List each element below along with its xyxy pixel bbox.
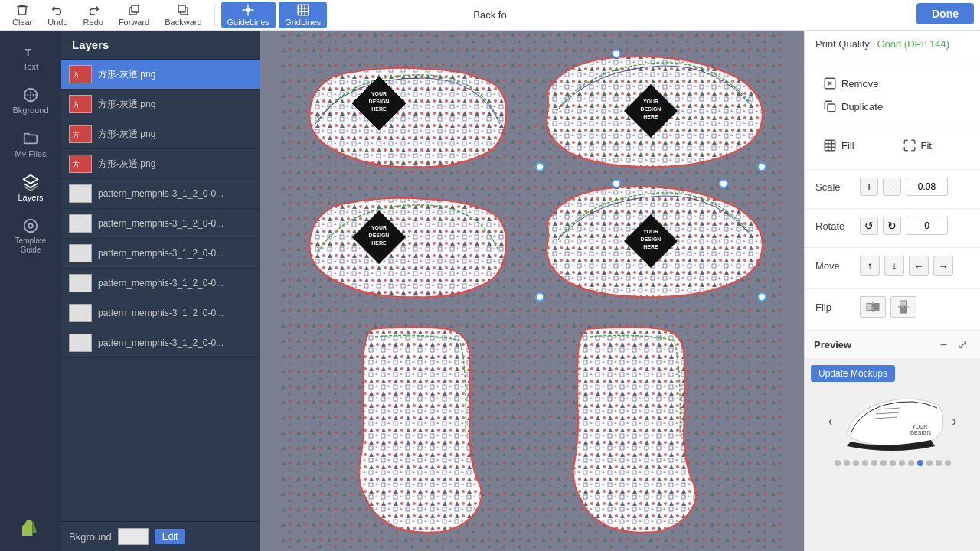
layers-title: Layers [72,38,109,51]
preview-minimize-button[interactable]: − [937,337,950,352]
layer-item[interactable]: pattern_memphis-3_1_2_0-0... [61,179,260,209]
layer-item[interactable]: pattern_memphis-3_1_2_0-0... [61,298,260,328]
remove-button[interactable]: Remove [815,72,969,95]
svg-text:HERE: HERE [371,240,387,246]
svg-rect-64 [828,104,835,112]
sidebar-item-myfiles[interactable]: My Files [0,124,61,165]
layers-panel: Layers 方 方形-灰透.png 方 方形-灰透.png [61,31,260,551]
layer-thumb [69,244,92,262]
flip-vertical-button[interactable] [890,296,916,318]
bkground-swatch[interactable] [118,528,149,545]
preview-dot[interactable] [890,460,896,466]
move-section: Move ↑ ↓ ← → [805,248,980,289]
layers-list: 方 方形-灰透.png 方 方形-灰透.png 方 方形-灰透.png 方 [61,60,260,521]
print-quality-label: Print Quality: [815,38,872,50]
svg-text:DESIGN: DESIGN [369,99,390,104]
gridlines-button[interactable]: GridLines [279,2,327,28]
layer-item[interactable]: 方 方形-灰透.png [61,149,260,179]
preview-dot[interactable] [936,460,942,466]
svg-point-48 [536,163,544,171]
forward-label: Forward [119,18,149,27]
svg-point-57 [612,180,620,187]
fit-button[interactable]: Fit [895,134,970,157]
layer-item[interactable]: pattern_memphis-3_1_2_0-0... [61,209,260,239]
preview-dot[interactable] [908,460,914,466]
duplicate-icon [823,99,837,113]
preview-header: Preview − ⤢ [805,331,980,359]
done-button[interactable]: Done [916,3,974,24]
move-left-button[interactable]: ← [909,256,929,276]
move-down-button[interactable]: ↓ [884,256,904,276]
undo-button[interactable]: Undo [41,2,74,28]
preview-dot[interactable] [835,460,841,466]
flip-horizontal-button[interactable] [860,296,886,318]
update-mockups-button[interactable]: Update Mockups [811,365,895,382]
sidebar-bkground-label: Bkground [12,106,48,115]
canvas-area[interactable]: YOUR DESIGN HERE YOUR DESIGN HERE [260,31,804,551]
redo-button[interactable]: Redo [77,2,109,28]
preview-dot[interactable] [880,460,887,466]
sidebar-item-text[interactable]: T Text [0,37,61,77]
scale-minus-button[interactable]: − [883,178,901,196]
preview-expand-button[interactable]: ⤢ [955,337,971,352]
layer-item[interactable]: pattern_memphis-3_1_2_0-0... [61,269,260,298]
preview-dot[interactable] [844,460,850,466]
layer-thumb: 方 [69,65,92,83]
svg-point-16 [28,223,33,228]
preview-dot[interactable] [899,460,905,466]
preview-dot[interactable] [853,460,859,466]
guidelines-button[interactable]: GuideLines [221,2,276,28]
svg-text:HERE: HERE [371,106,387,112]
flip-label: Flip [815,302,855,313]
layer-item[interactable]: pattern_memphis-3_1_2_0-0... [61,328,260,358]
move-up-button[interactable]: ↑ [860,256,880,276]
sidebar-layers-label: Layers [18,193,43,202]
layer-item[interactable]: 方 方形-灰透.png [61,90,260,119]
rotate-section: Rotate ↺ ↻ [805,209,980,248]
layer-item[interactable]: 方 方形-灰透.png [61,60,260,90]
right-panel: Print Quality: Good (DPI: 144) Remove Du… [804,31,980,551]
sidebar-template-label: Template Guide [5,236,57,255]
preview-dot[interactable] [871,460,877,466]
layer-name: pattern_memphis-3_1_2_0-0... [98,278,252,289]
preview-dot-active[interactable] [917,460,923,466]
edit-button[interactable]: Edit [155,529,186,544]
forward-button[interactable]: Forward [113,2,155,28]
layer-thumb: 方 [69,125,92,143]
duplicate-button[interactable]: Duplicate [815,95,969,118]
rotate-ccw-button[interactable]: ↺ [860,217,878,235]
layer-item[interactable]: pattern_memphis-3_1_2_0-0... [61,239,260,269]
svg-text:YOUR: YOUR [643,99,658,104]
preview-prev-button[interactable]: ‹ [825,413,836,429]
rotate-input[interactable] [906,217,948,235]
layer-name: pattern_memphis-3_1_2_0-0... [98,248,252,259]
sidebar-item-template[interactable]: Template Guide [0,211,61,261]
svg-text:HERE: HERE [643,244,658,249]
main-area: T Text Bkground My Files Layers Template… [0,31,980,551]
svg-rect-66 [867,304,872,311]
preview-dot[interactable] [926,460,933,466]
move-right-button[interactable]: → [933,256,953,276]
preview-dot[interactable] [862,460,868,466]
preview-image: YOUR DESIGN [839,386,946,455]
scale-plus-button[interactable]: + [860,178,878,196]
clear-button[interactable]: Clear [6,2,38,28]
svg-text:方: 方 [73,71,80,79]
layer-thumb [69,304,92,322]
fill-icon [823,139,837,152]
layer-item[interactable]: 方 方形-灰透.png [61,119,260,149]
preview-nav-row: ‹ YOUR DESIGN [825,386,960,455]
rotate-cw-button[interactable]: ↻ [883,217,901,235]
svg-text:DESIGN: DESIGN [641,236,662,242]
sidebar-item-bkground[interactable]: Bkground [0,80,61,121]
scale-input[interactable] [906,178,948,196]
layer-name: 方形-灰透.png [98,128,252,141]
preview-next-button[interactable]: › [949,413,960,429]
template-icon [22,217,39,234]
print-quality-value: Good (DPI: 144) [877,38,949,50]
backward-label: Backward [165,18,201,27]
fill-button[interactable]: Fill [815,134,890,157]
sidebar-item-layers[interactable]: Layers [0,168,61,208]
preview-dot[interactable] [945,460,951,466]
backward-button[interactable]: Backward [158,2,207,28]
